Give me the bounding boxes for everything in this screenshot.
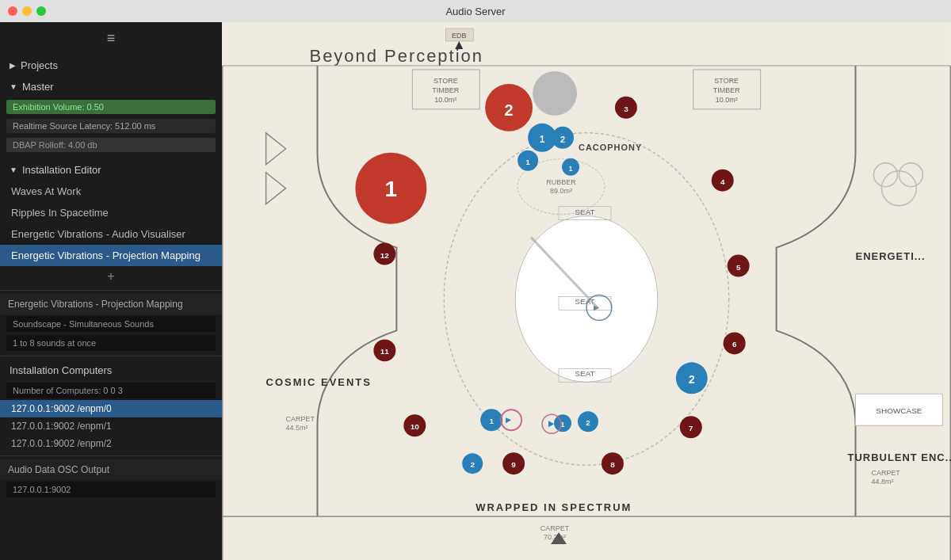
svg-text:2: 2 — [505, 101, 514, 119]
svg-text:10.0m²: 10.0m² — [716, 96, 738, 104]
installation-computers-label: Installation Computers — [10, 364, 112, 376]
floor-plan-svg: Beyond Perception EDB STORE TIMBER 10.0m… — [222, 22, 951, 560]
svg-text:1: 1 — [569, 165, 573, 173]
nav-waves-at-work[interactable]: Waves At Work — [0, 181, 222, 202]
svg-text:8: 8 — [610, 460, 615, 469]
svg-text:CARPET: CARPET — [871, 469, 900, 477]
svg-text:CARPET: CARPET — [540, 524, 570, 532]
svg-text:10: 10 — [411, 422, 420, 431]
svg-text:SEAT: SEAT — [575, 208, 594, 216]
svg-text:TIMBER: TIMBER — [432, 86, 459, 94]
minimize-button[interactable] — [22, 6, 32, 16]
menu-button[interactable]: ≡ — [0, 22, 222, 55]
title-bar: Audio Server — [0, 0, 951, 22]
window-controls[interactable] — [8, 6, 46, 16]
computer-item-2[interactable]: 127.0.0.1:9002 /enpm/2 — [0, 435, 222, 452]
projects-label: Projects — [21, 59, 58, 71]
svg-text:3: 3 — [624, 105, 628, 113]
svg-text:WRAPPED IN SPECTRUM: WRAPPED IN SPECTRUM — [476, 501, 632, 513]
svg-text:7: 7 — [689, 424, 693, 432]
svg-text:SEAT: SEAT — [575, 369, 594, 378]
svg-text:CARPET: CARPET — [286, 415, 315, 423]
separator-2 — [0, 356, 222, 356]
svg-text:2: 2 — [689, 373, 695, 386]
separator-1 — [0, 290, 222, 291]
svg-text:4: 4 — [720, 177, 725, 186]
master-label: Master — [22, 81, 54, 93]
nav-ripples-in-spacetime[interactable]: Ripples In Spacetime — [0, 202, 222, 223]
svg-text:2: 2 — [560, 135, 565, 144]
svg-text:11: 11 — [380, 347, 390, 356]
master-arrow: ▼ — [10, 82, 17, 91]
svg-text:TURBULENT ENC...: TURBULENT ENC... — [848, 451, 951, 463]
installation-editor-section[interactable]: ▼ Installation Editor — [0, 159, 222, 181]
add-installation-button[interactable]: + — [0, 266, 222, 287]
sidebar: ≡ ▶ Projects ▼ Master Exhibition Volume:… — [0, 22, 222, 560]
computer-item-0[interactable]: 127.0.0.1:9002 /enpm/0 — [0, 400, 222, 417]
svg-text:1: 1 — [385, 177, 398, 201]
svg-text:9: 9 — [511, 460, 516, 469]
number-of-computers: Number of Computers: 0 0 3 — [6, 383, 216, 398]
separator-3 — [0, 455, 222, 456]
svg-text:RUBBER: RUBBER — [546, 178, 576, 186]
svg-text:5: 5 — [736, 263, 741, 272]
main-layout: ≡ ▶ Projects ▼ Master Exhibition Volume:… — [0, 22, 951, 560]
latency-badge[interactable]: Realtime Source Latency: 512.00 ms — [6, 119, 216, 133]
svg-text:SHOWCASE: SHOWCASE — [876, 406, 922, 415]
computer-item-1[interactable]: 127.0.0.1:9002 /enpm/1 — [0, 417, 222, 435]
svg-point-74 — [533, 71, 577, 116]
svg-text:2: 2 — [586, 418, 590, 427]
svg-text:STORE: STORE — [433, 77, 458, 85]
projection-section-title: Energetic Vibrations - Projection Mappin… — [0, 294, 222, 314]
master-section[interactable]: ▼ Master — [0, 76, 222, 97]
svg-text:COSMIC EVENTS: COSMIC EVENTS — [266, 376, 372, 388]
projects-section[interactable]: ▶ Projects — [0, 55, 222, 76]
svg-text:1: 1 — [489, 417, 494, 425]
audio-osc-label: Audio Data OSC Output — [0, 459, 222, 480]
nav-energetic-vibrations-av[interactable]: Energetic Vibrations - Audio Visualiser — [0, 223, 222, 245]
svg-text:ENERGETI...: ENERGETI... — [856, 250, 926, 262]
svg-text:STORE: STORE — [714, 77, 739, 85]
rolloff-badge[interactable]: DBAP Rolloff: 4.00 db — [6, 138, 216, 152]
installation-editor-arrow: ▼ — [10, 166, 17, 174]
installation-editor-label: Installation Editor — [22, 164, 101, 176]
svg-text:1: 1 — [525, 158, 530, 166]
exhibition-volume-badge[interactable]: Exhibition Volume: 0.50 — [6, 100, 216, 114]
svg-text:44.8m²: 44.8m² — [871, 478, 893, 486]
window-title: Audio Server — [445, 6, 505, 17]
svg-text:89.0m²: 89.0m² — [550, 187, 572, 195]
svg-text:CACOPHONY: CACOPHONY — [579, 143, 642, 152]
svg-text:TIMBER: TIMBER — [713, 86, 740, 94]
svg-text:12: 12 — [380, 251, 390, 260]
projects-arrow: ▶ — [10, 61, 16, 70]
installation-computers-section[interactable]: Installation Computers — [0, 360, 222, 381]
sounds-count-info: 1 to 8 sounds at once — [6, 335, 216, 351]
nav-energetic-vibrations-pm[interactable]: Energetic Vibrations - Projection Mappin… — [0, 245, 222, 266]
svg-text:2: 2 — [470, 460, 475, 469]
svg-text:6: 6 — [732, 340, 737, 349]
svg-text:44.5m²: 44.5m² — [286, 424, 308, 432]
map-area[interactable]: Beyond Perception EDB STORE TIMBER 10.0m… — [222, 22, 951, 560]
maximize-button[interactable] — [36, 6, 46, 16]
svg-text:EDB: EDB — [452, 32, 466, 40]
audio-osc-value: 127.0.0.1:9002 — [6, 482, 216, 497]
soundscape-info: Soundscape - Simultaneous Sounds — [6, 316, 216, 332]
svg-text:10.0m²: 10.0m² — [434, 96, 456, 104]
svg-text:1: 1 — [540, 134, 545, 145]
close-button[interactable] — [8, 6, 17, 16]
